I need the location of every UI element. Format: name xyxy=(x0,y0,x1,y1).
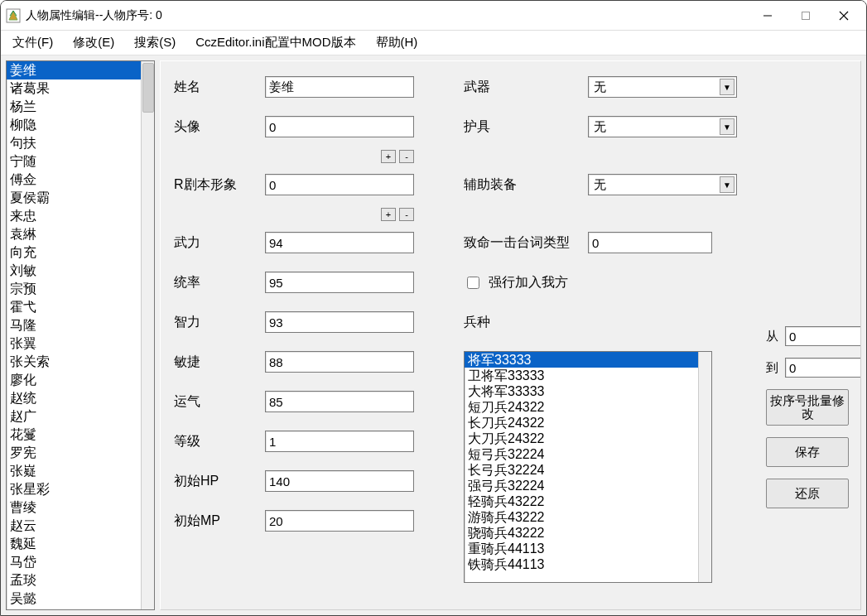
character-list-item[interactable]: 孟琰 xyxy=(7,571,141,590)
character-list-item[interactable]: 袁綝 xyxy=(7,225,141,243)
troop-list-item[interactable]: 长刀兵24322 xyxy=(465,415,698,431)
luck-input[interactable] xyxy=(265,391,414,412)
character-list-item[interactable]: 吴懿 xyxy=(7,590,141,608)
agility-input[interactable] xyxy=(265,351,414,373)
chevron-down-icon: ▼ xyxy=(720,118,735,135)
character-list-item[interactable]: 花鬘 xyxy=(7,426,141,444)
character-list-item[interactable]: 马岱 xyxy=(7,553,141,571)
label-force: 武力 xyxy=(174,234,257,252)
to-input[interactable] xyxy=(785,358,861,378)
character-list-item[interactable]: 赵广 xyxy=(7,407,141,426)
label-agility: 敏捷 xyxy=(174,354,257,371)
troop-list-item[interactable]: 强弓兵32224 xyxy=(465,478,698,493)
command-input[interactable] xyxy=(265,272,414,293)
app-window: 人物属性编辑--人物序号: 0 文件(F) 修改(E) 搜索(S) CczEdi… xyxy=(0,0,867,616)
armor-select[interactable]: 无 ▼ xyxy=(588,116,737,137)
inithp-input[interactable] xyxy=(265,470,414,492)
label-rscript: R剧本形象 xyxy=(174,176,257,194)
troop-list-item[interactable]: 卫将军33333 xyxy=(465,368,698,383)
rscript-input[interactable] xyxy=(265,174,414,195)
critline-input[interactable] xyxy=(588,232,712,253)
character-list-item[interactable]: 张翼 xyxy=(7,334,141,353)
troop-list[interactable]: 将军33333卫将军33333大将军33333短刀兵24322长刀兵24322大… xyxy=(464,351,712,583)
label-luck: 运气 xyxy=(174,393,257,411)
troop-list-item[interactable]: 轻骑兵43222 xyxy=(465,493,698,509)
scroll-thumb[interactable] xyxy=(142,63,154,113)
character-list[interactable]: 姜维诸葛果杨兰柳隐句扶宁随傅佥夏侯霸来忠袁綝向充刘敏宗预霍弋马隆张翼张关索廖化赵… xyxy=(6,60,155,610)
scrollbar[interactable] xyxy=(141,61,154,609)
revert-button[interactable]: 还原 xyxy=(766,479,849,508)
troop-list-item[interactable]: 将军33333 xyxy=(465,352,698,368)
label-troop: 兵种 xyxy=(464,314,737,331)
menu-help[interactable]: 帮助(H) xyxy=(376,35,418,51)
rscript-plus-button[interactable]: + xyxy=(381,208,396,221)
label-to: 到 xyxy=(766,360,778,376)
character-list-item[interactable]: 柳隐 xyxy=(7,116,141,134)
character-list-item[interactable]: 杨兰 xyxy=(7,98,141,116)
character-list-item[interactable]: 赵统 xyxy=(7,389,141,407)
troop-list-item[interactable]: 长弓兵32224 xyxy=(465,462,698,478)
intel-input[interactable] xyxy=(265,311,414,333)
save-button[interactable]: 保存 xyxy=(766,437,849,467)
initmp-input[interactable] xyxy=(265,510,414,532)
character-list-item[interactable]: 罗宪 xyxy=(7,444,141,462)
character-list-item[interactable]: 夏侯霸 xyxy=(7,189,141,207)
menu-config[interactable]: CczEditor.ini配置中MOD版本 xyxy=(195,35,355,51)
window-buttons xyxy=(749,3,863,28)
portrait-plus-button[interactable]: + xyxy=(381,150,396,163)
character-list-item[interactable]: 曹绫 xyxy=(7,498,141,517)
accessory-value: 无 xyxy=(594,177,606,193)
level-input[interactable] xyxy=(265,431,414,452)
character-list-item[interactable]: 姜维 xyxy=(7,61,141,79)
troop-list-item[interactable]: 短刀兵24322 xyxy=(465,399,698,415)
character-list-item[interactable]: 赵云 xyxy=(7,517,141,535)
minimize-button[interactable] xyxy=(749,3,787,28)
character-list-item[interactable]: 马隆 xyxy=(7,316,141,334)
character-list-item[interactable]: 霍弋 xyxy=(7,298,141,316)
troop-list-item[interactable]: 骁骑兵43222 xyxy=(465,525,698,541)
character-list-item[interactable]: 来忠 xyxy=(7,207,141,225)
weapon-value: 无 xyxy=(594,79,606,95)
portrait-minus-button[interactable]: - xyxy=(399,150,414,163)
titlebar: 人物属性编辑--人物序号: 0 xyxy=(1,1,866,31)
character-list-item[interactable]: 张星彩 xyxy=(7,480,141,498)
menu-file[interactable]: 文件(F) xyxy=(12,35,53,51)
troop-list-item[interactable]: 重骑兵44113 xyxy=(465,541,698,556)
character-list-item[interactable]: 宗预 xyxy=(7,280,141,298)
portrait-input[interactable] xyxy=(265,116,414,137)
force-input[interactable] xyxy=(265,232,414,253)
accessory-select[interactable]: 无 ▼ xyxy=(588,174,737,195)
character-list-item[interactable]: 张嶷 xyxy=(7,462,141,480)
from-input[interactable] xyxy=(785,326,861,346)
troop-list-item[interactable]: 大将军33333 xyxy=(465,383,698,399)
menu-search[interactable]: 搜索(S) xyxy=(134,35,176,51)
rscript-minus-button[interactable]: - xyxy=(399,208,414,221)
name-input[interactable] xyxy=(265,76,414,98)
maximize-button[interactable] xyxy=(787,3,825,28)
character-list-item[interactable]: 诸葛果 xyxy=(7,79,141,98)
character-list-item[interactable]: 向充 xyxy=(7,243,141,262)
close-button[interactable] xyxy=(825,3,863,28)
character-list-item[interactable]: 吴班 xyxy=(7,608,141,609)
scrollbar[interactable] xyxy=(698,352,711,582)
troop-list-item[interactable]: 短弓兵32224 xyxy=(465,446,698,462)
label-weapon: 武器 xyxy=(464,79,580,96)
side-column: 从 到 按序号批量修改 保存 还原 xyxy=(766,326,849,508)
troop-list-item[interactable]: 游骑兵43222 xyxy=(465,509,698,525)
troop-list-item[interactable]: 铁骑兵44113 xyxy=(465,556,698,572)
forcejoin-checkbox[interactable] xyxy=(467,277,479,289)
chevron-down-icon: ▼ xyxy=(720,79,735,95)
character-list-item[interactable]: 魏延 xyxy=(7,535,141,553)
character-list-item[interactable]: 傅佥 xyxy=(7,171,141,189)
character-list-item[interactable]: 宁随 xyxy=(7,152,141,171)
character-list-item[interactable]: 廖化 xyxy=(7,371,141,389)
label-critline: 致命一击台词类型 xyxy=(464,234,580,252)
menu-edit[interactable]: 修改(E) xyxy=(73,35,114,51)
character-list-item[interactable]: 张关索 xyxy=(7,353,141,371)
troop-list-item[interactable]: 大刀兵24322 xyxy=(465,431,698,446)
weapon-select[interactable]: 无 ▼ xyxy=(588,76,737,98)
batch-edit-button[interactable]: 按序号批量修改 xyxy=(766,389,849,426)
label-intel: 智力 xyxy=(174,314,257,331)
character-list-item[interactable]: 句扶 xyxy=(7,134,141,152)
character-list-item[interactable]: 刘敏 xyxy=(7,262,141,280)
